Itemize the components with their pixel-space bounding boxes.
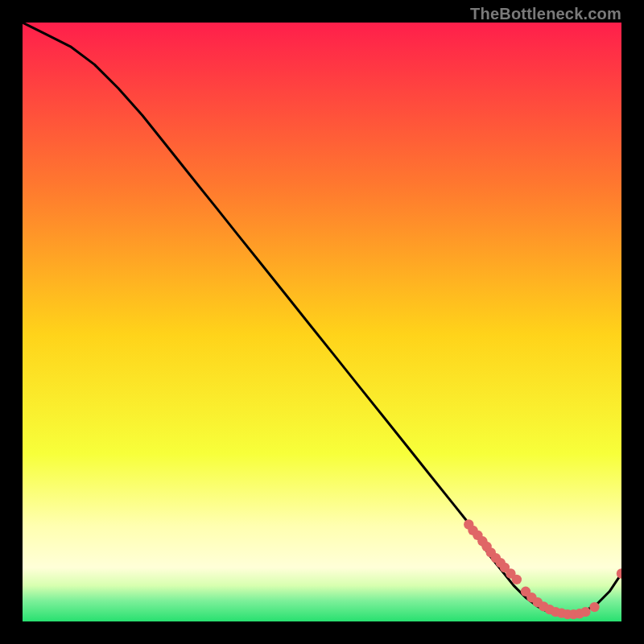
- plot-area: [23, 23, 621, 621]
- highlight-point: [580, 607, 590, 617]
- highlight-point: [617, 568, 621, 578]
- highlight-point: [589, 602, 599, 612]
- highlight-point: [512, 575, 522, 584]
- chart-container: TheBottleneck.com: [0, 0, 644, 644]
- curve-layer: [23, 23, 621, 621]
- watermark-text: TheBottleneck.com: [470, 5, 621, 23]
- bottleneck-curve: [23, 23, 621, 614]
